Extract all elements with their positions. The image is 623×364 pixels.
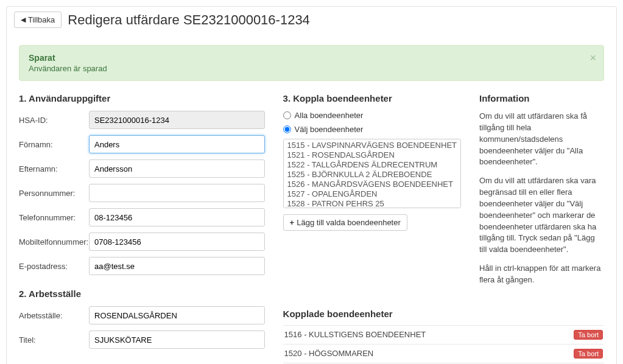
titlefield-label: Titel: — [19, 335, 89, 345]
firstname-input[interactable] — [89, 135, 265, 153]
lastname-label: Efternamn: — [19, 164, 89, 173]
personnr-input[interactable] — [89, 184, 265, 202]
chevron-left-icon: ◀ — [21, 16, 26, 24]
linked-item-label: 1520 - HÖGSOMMAREN — [284, 349, 374, 358]
hsaid-input — [89, 111, 265, 129]
linked-row: 1516 - KULLSTIGENS BOENDEENHET Ta bort — [283, 325, 604, 344]
phone-input[interactable] — [89, 208, 265, 226]
plus-icon: + — [290, 218, 295, 227]
close-icon[interactable]: × — [590, 52, 596, 65]
list-item[interactable]: 1527 - OPALENGÅRDEN — [284, 189, 460, 199]
back-button-label: Tillbaka — [28, 15, 55, 24]
remove-linked-button[interactable]: Ta bort — [574, 330, 603, 340]
radio-all-units[interactable] — [283, 111, 291, 119]
page-title: Redigera utfärdare SE2321000016-1234 — [68, 12, 310, 28]
titlefield-input[interactable] — [89, 331, 265, 349]
units-listbox[interactable]: 1515 - LAVSPINNARVÄGENS BOENDEENHET 1521… — [283, 139, 461, 208]
email-input[interactable] — [89, 257, 265, 275]
workplace-label: Arbetsställe: — [19, 311, 89, 320]
email-label: E-postadress: — [19, 262, 89, 271]
firstname-label: Förnamn: — [19, 140, 89, 149]
phone-label: Telefonnummer: — [19, 213, 89, 222]
section2-heading: 2. Arbetsställe — [19, 289, 265, 299]
linked-row: 1520 - HÖGSOMMAREN Ta bort — [283, 344, 604, 363]
alert-text: Användaren är sparad — [29, 64, 585, 73]
alert-title: Sparat — [29, 53, 585, 63]
panel-body: × Sparat Användaren är sparad 1. Använda… — [7, 33, 616, 364]
info-heading: Information — [479, 93, 604, 103]
mobile-input[interactable] — [89, 233, 265, 251]
info-p1: Om du vill att utfärdaren ska få tillgån… — [479, 111, 604, 168]
lastname-input[interactable] — [89, 159, 265, 178]
section1-heading: 1. Användaruppgifter — [19, 93, 265, 103]
hsaid-label: HSA-ID: — [19, 116, 89, 125]
mobile-label: Mobiltelfonnummer: — [19, 237, 89, 247]
info-text: Om du vill att utfärdaren ska få tillgån… — [479, 111, 604, 286]
add-units-button[interactable]: + Lägg till valda boendeenheter — [283, 214, 407, 231]
linked-item-label: 1516 - KULLSTIGENS BOENDEENHET — [284, 330, 426, 339]
left-column: 1. Användaruppgifter HSA-ID: Förnamn: Ef… — [19, 93, 265, 364]
linked-units-section: Kopplade boendeenheter 1516 - KULLSTIGEN… — [283, 293, 604, 364]
radio-all-label: Alla boendeenheter — [295, 111, 364, 120]
list-item[interactable]: 1522 - TALLGÅRDENS ÄLDRECENTRUM — [284, 160, 460, 170]
back-button[interactable]: ◀ Tillbaka — [14, 12, 62, 28]
info-p3: Håll in ctrl-knappen för att markera fle… — [479, 263, 604, 286]
list-item[interactable]: 1526 - MANGÅRDSVÄGENS BOENDEENHET — [284, 180, 460, 189]
personnr-label: Personnummer: — [19, 189, 89, 198]
workplace-input[interactable] — [89, 306, 265, 324]
list-item[interactable]: 1525 - BJÖRNKULLA 2 ÄLDREBOENDE — [284, 170, 460, 180]
middle-column: 3. Koppla boendeenheter Alla boendeenhet… — [283, 93, 461, 293]
radio-select-label: Välj boendeenheter — [295, 125, 364, 134]
radio-select-units[interactable] — [283, 125, 291, 133]
section3-heading: 3. Koppla boendeenheter — [283, 93, 461, 103]
edit-issuer-panel: ◀ Tillbaka Redigera utfärdare SE23210000… — [6, 6, 617, 364]
list-item[interactable]: 1528 - PATRON PEHRS 25 — [284, 199, 460, 208]
remove-linked-button[interactable]: Ta bort — [574, 349, 603, 359]
list-item[interactable]: 1515 - LAVSPINNARVÄGENS BOENDEENHET — [284, 141, 460, 150]
add-units-label: Lägg till valda boendeenheter — [297, 218, 401, 227]
info-p2: Om du vill att utfärdaren ska vara begrä… — [479, 175, 604, 256]
list-item[interactable]: 1521 - ROSENDALSGÅRDEN — [284, 150, 460, 160]
columns: 1. Användaruppgifter HSA-ID: Förnamn: Ef… — [19, 93, 604, 364]
linked-heading: Kopplade boendeenheter — [283, 309, 604, 319]
success-alert: × Sparat Användaren är sparad — [19, 45, 604, 81]
panel-header: ◀ Tillbaka Redigera utfärdare SE23210000… — [7, 7, 616, 33]
right-column: Information Om du vill att utfärdaren sk… — [479, 93, 604, 293]
